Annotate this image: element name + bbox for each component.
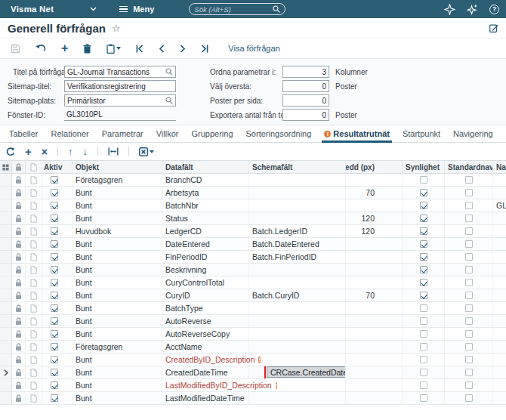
datafalt-cell[interactable]: Arbetsyta! bbox=[162, 187, 249, 199]
bredd-cell[interactable] bbox=[346, 276, 403, 289]
datafalt-cell[interactable]: LastModifiedByID_Description! bbox=[162, 379, 249, 391]
aktiv-checkbox[interactable] bbox=[51, 266, 58, 273]
schemafalt-edit-input[interactable]: CRCase.CreatedDateTime bbox=[267, 366, 346, 378]
column-header-bredd[interactable]: Bredd (px) bbox=[346, 161, 403, 173]
standardnavig-cell[interactable] bbox=[445, 264, 493, 276]
sparkle-plus-icon[interactable] bbox=[467, 4, 478, 15]
grid-config-cell[interactable] bbox=[0, 161, 12, 173]
standardnavig-cell[interactable] bbox=[445, 366, 493, 378]
datafalt-cell[interactable]: CuryID! bbox=[162, 289, 249, 301]
lock-cell[interactable] bbox=[12, 289, 26, 301]
table-row[interactable]: Bunt AutoReverseCopy! bbox=[0, 328, 506, 341]
note-cell[interactable] bbox=[26, 328, 42, 340]
aktiv-cell[interactable] bbox=[42, 379, 73, 391]
menu-icon[interactable] bbox=[119, 6, 128, 13]
synlighet-checkbox[interactable] bbox=[420, 176, 427, 184]
aktiv-checkbox[interactable] bbox=[51, 253, 58, 261]
save-button[interactable] bbox=[11, 44, 20, 54]
move-down-button[interactable]: ↓ bbox=[82, 147, 88, 156]
bredd-cell[interactable] bbox=[346, 366, 403, 378]
synlighet-cell[interactable] bbox=[403, 187, 445, 199]
synlighet-cell[interactable] bbox=[403, 174, 445, 186]
table-row[interactable]: Bunt CreatedByID_Description! bbox=[0, 354, 506, 366]
standardnavig-cell[interactable] bbox=[445, 199, 493, 212]
aktiv-cell[interactable] bbox=[42, 212, 73, 224]
note-cell[interactable] bbox=[26, 379, 42, 391]
note-cell[interactable] bbox=[26, 366, 42, 378]
schemafalt-cell[interactable] bbox=[249, 264, 346, 276]
datafalt-cell[interactable]: CreatedDateTime! bbox=[162, 366, 249, 378]
datafalt-cell[interactable]: LedgerCD! bbox=[162, 225, 249, 237]
objekt-cell[interactable]: Bunt bbox=[73, 289, 162, 301]
go-first-button[interactable] bbox=[136, 45, 143, 53]
chevron-down-icon[interactable] bbox=[90, 7, 97, 11]
bredd-cell[interactable] bbox=[346, 302, 403, 314]
objekt-cell[interactable]: Bunt bbox=[73, 276, 162, 289]
tab-sorteringsordning[interactable]: Sorteringsordning bbox=[246, 129, 312, 142]
row-selector-cell[interactable] bbox=[0, 238, 12, 250]
search-input[interactable]: Sök (Alt+S) bbox=[189, 3, 285, 15]
bredd-cell[interactable]: 70 bbox=[346, 187, 403, 199]
row-selector-cell[interactable] bbox=[0, 302, 12, 314]
bredd-cell[interactable] bbox=[346, 174, 403, 186]
objekt-cell[interactable]: Bunt bbox=[73, 302, 162, 314]
go-next-button[interactable] bbox=[180, 45, 186, 53]
datafalt-cell[interactable]: BatchNbr! bbox=[162, 199, 249, 212]
bredd-cell[interactable] bbox=[346, 379, 403, 391]
synlighet-checkbox[interactable] bbox=[420, 266, 427, 273]
note-cell[interactable] bbox=[26, 174, 42, 186]
row-selector-cell[interactable] bbox=[0, 199, 12, 212]
aktiv-cell[interactable] bbox=[42, 315, 73, 327]
datafalt-cell[interactable]: Beskrivning! bbox=[162, 264, 249, 276]
lock-cell[interactable] bbox=[12, 354, 26, 366]
schemafalt-cell[interactable] bbox=[249, 392, 346, 404]
navig-cell[interactable] bbox=[493, 174, 506, 186]
objekt-cell[interactable]: Bunt bbox=[73, 379, 162, 391]
go-prev-button[interactable] bbox=[159, 45, 165, 53]
standardnavig-cell[interactable] bbox=[445, 341, 493, 353]
schemafalt-cell[interactable] bbox=[249, 354, 346, 366]
navig-cell[interactable] bbox=[493, 251, 506, 263]
lookup-icon[interactable] bbox=[165, 68, 173, 76]
datafalt-cell[interactable]: DateEntered! bbox=[162, 238, 249, 250]
standardnavig-checkbox[interactable] bbox=[465, 189, 473, 196]
delete-row-button[interactable]: × bbox=[42, 147, 48, 157]
bredd-cell[interactable] bbox=[346, 251, 403, 263]
note-cell[interactable] bbox=[26, 199, 42, 212]
navig-cell[interactable] bbox=[493, 225, 506, 237]
note-cell[interactable] bbox=[26, 251, 42, 263]
aktiv-checkbox[interactable] bbox=[51, 292, 58, 299]
bredd-cell[interactable] bbox=[346, 341, 403, 353]
row-selector-cell[interactable] bbox=[0, 379, 12, 391]
schemafalt-cell[interactable]: Batch.LedgerID bbox=[249, 225, 346, 237]
datafalt-cell[interactable]: BranchCD! bbox=[162, 174, 249, 186]
objekt-cell[interactable]: Bunt bbox=[73, 354, 162, 366]
lock-cell[interactable] bbox=[12, 315, 26, 327]
synlighet-checkbox[interactable] bbox=[420, 343, 427, 351]
aktiv-checkbox[interactable] bbox=[51, 394, 58, 402]
synlighet-cell[interactable] bbox=[403, 238, 445, 250]
column-header-navig[interactable]: Navig bbox=[493, 161, 506, 173]
bredd-cell[interactable] bbox=[346, 264, 403, 276]
synlighet-checkbox[interactable] bbox=[420, 215, 427, 222]
standardnavig-checkbox[interactable] bbox=[465, 317, 473, 325]
lock-cell[interactable] bbox=[12, 302, 26, 314]
navig-cell[interactable] bbox=[493, 276, 506, 289]
objekt-cell[interactable]: Bunt bbox=[73, 392, 162, 404]
inquiry-title-input[interactable]: GL-Journal Transactions bbox=[64, 66, 176, 78]
standardnavig-cell[interactable] bbox=[445, 315, 493, 327]
objekt-cell[interactable]: Huvudbok bbox=[73, 225, 162, 237]
tab-startpunkt[interactable]: Startpunkt bbox=[403, 129, 440, 142]
datafalt-cell[interactable]: BatchType! bbox=[162, 302, 249, 314]
synlighet-checkbox[interactable] bbox=[420, 317, 427, 325]
synlighet-checkbox[interactable] bbox=[420, 394, 427, 402]
table-row[interactable]: Bunt LastModifiedDateTime! bbox=[0, 392, 506, 405]
synlighet-cell[interactable] bbox=[403, 341, 445, 353]
note-cell[interactable] bbox=[26, 225, 42, 237]
menu-label[interactable]: Meny bbox=[133, 5, 154, 14]
note-cell[interactable] bbox=[26, 354, 42, 366]
row-selector-cell[interactable] bbox=[0, 328, 12, 340]
view-inquiry-link[interactable]: Visa förfrågan bbox=[228, 44, 279, 53]
lock-cell[interactable] bbox=[12, 341, 26, 353]
aktiv-checkbox[interactable] bbox=[51, 176, 58, 184]
